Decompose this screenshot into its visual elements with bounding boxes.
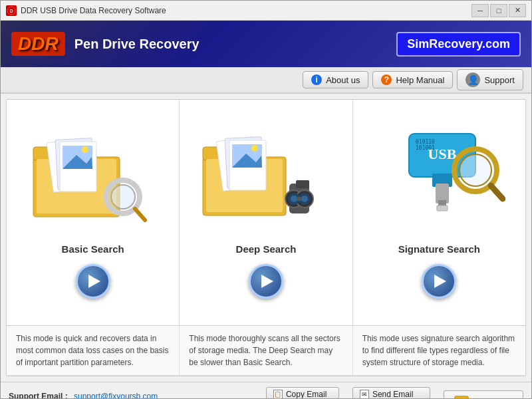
svg-rect-36: [437, 205, 448, 211]
logo-box: DDR: [11, 32, 65, 56]
web-action-buttons: ✉ Send Email ↗ Open Website: [352, 387, 430, 400]
deep-search-card[interactable]: Deep Search: [180, 100, 352, 325]
about-button[interactable]: i About us: [303, 71, 368, 88]
help-icon: ?: [381, 74, 392, 85]
deep-search-image: [196, 110, 336, 237]
svg-text:101001: 101001: [416, 145, 435, 151]
email-label: Support Email :: [9, 392, 68, 400]
svg-line-13: [135, 209, 145, 220]
help-button[interactable]: ? Help Manual: [372, 71, 453, 88]
play-icon: [261, 275, 273, 288]
titlebar: D DDR USB Drive Data Recovery Software ─…: [1, 1, 531, 21]
email-value[interactable]: support@fixyoursb.com: [74, 392, 158, 400]
basic-search-play[interactable]: [76, 264, 110, 299]
support-icon: 👤: [466, 72, 480, 87]
deep-search-title: Deep Search: [236, 243, 297, 255]
signature-search-image: USB 010110 101001: [369, 110, 509, 237]
header: DDR Pen Drive Recovery SimRecovery.com: [1, 21, 531, 67]
svg-rect-31: [297, 197, 301, 201]
window-title: DDR USB Drive Data Recovery Software: [21, 6, 471, 15]
logo-text: DDR: [18, 35, 59, 53]
email-action-buttons: 📋 Copy Email 📋 Copy URL: [266, 387, 339, 400]
mode-descriptions: This mode is quick and recovers data in …: [7, 326, 525, 376]
support-label: Support: [484, 75, 515, 85]
load-log-icon: +: [454, 395, 472, 400]
email-row: Support Email : support@fixyoursb.com: [9, 392, 253, 400]
footer: Support Email : support@fixyoursb.com We…: [1, 382, 531, 399]
support-button[interactable]: 👤 Support: [457, 69, 523, 90]
svg-text:D: D: [9, 9, 13, 13]
send-email-button[interactable]: ✉ Send Email: [352, 387, 430, 400]
help-label: Help Manual: [396, 75, 444, 85]
send-email-icon: ✉: [360, 390, 369, 399]
copy-email-label: Copy Email: [286, 390, 327, 399]
basic-search-title: Basic Search: [62, 243, 124, 255]
app-title: Pen Drive Recovery: [74, 37, 397, 52]
basic-search-image: [23, 110, 163, 237]
app-icon: D: [6, 5, 17, 16]
svg-line-42: [491, 186, 503, 199]
svg-text:010110: 010110: [416, 139, 435, 145]
svg-point-12: [111, 185, 135, 209]
main-content: Basic Search: [6, 99, 526, 376]
basic-search-card[interactable]: Basic Search: [7, 100, 180, 325]
brand-badge: SimRecovery.com: [396, 32, 521, 57]
svg-point-10: [82, 146, 88, 153]
play-icon: [434, 275, 446, 288]
svg-point-22: [251, 145, 258, 152]
send-email-label: Send Email: [372, 390, 413, 399]
close-button[interactable]: ✕: [509, 4, 526, 17]
footer-info: Support Email : support@fixyoursb.com We…: [9, 392, 253, 400]
basic-search-desc: This mode is quick and recovers data in …: [7, 326, 180, 375]
brand-text: SimRecovery.com: [407, 37, 510, 51]
svg-rect-44: [455, 396, 468, 400]
info-icon: i: [311, 74, 322, 85]
signature-search-play[interactable]: [422, 264, 456, 299]
about-label: About us: [326, 75, 360, 85]
signature-search-desc: This mode uses signature search algorith…: [353, 326, 525, 375]
signature-search-card[interactable]: USB 010110 101001 Signature Search: [353, 100, 525, 325]
signature-search-title: Signature Search: [398, 243, 480, 255]
minimize-button[interactable]: ─: [471, 4, 489, 17]
svg-rect-24: [296, 180, 309, 188]
svg-point-30: [301, 196, 308, 202]
play-icon: [88, 275, 100, 288]
window-controls: ─ □ ✕: [471, 4, 526, 17]
svg-point-41: [460, 154, 491, 186]
search-modes: Basic Search: [7, 100, 525, 326]
maximize-button[interactable]: □: [490, 4, 507, 17]
deep-search-play[interactable]: [249, 264, 283, 299]
copy-email-icon: 📋: [273, 390, 283, 399]
svg-point-29: [291, 196, 297, 202]
load-log-button[interactable]: + Load Log: [444, 390, 523, 400]
copy-email-button[interactable]: 📋 Copy Email: [266, 387, 339, 400]
deep-search-desc: This mode thoroughly scans all the secto…: [180, 326, 352, 375]
navbar: i About us ? Help Manual 👤 Support: [1, 67, 531, 94]
